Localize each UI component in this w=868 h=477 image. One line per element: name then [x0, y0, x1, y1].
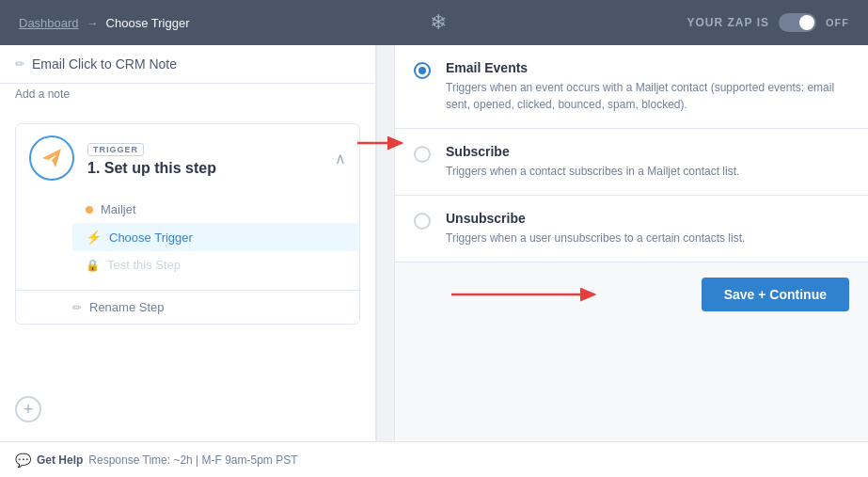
option-title-subscribe: Subscribe: [446, 144, 739, 159]
nav-item-test-step-label: Test this Step: [107, 258, 181, 272]
svg-marker-0: [42, 149, 61, 167]
trigger-options-list: Email Events Triggers when an event occu…: [395, 45, 868, 326]
option-text-email-events: Email Events Triggers when an event occu…: [446, 60, 849, 113]
rename-step-button[interactable]: ✏ Rename Step: [16, 290, 359, 324]
trigger-icon-circle: [29, 135, 74, 181]
radio-email-events-inner: [418, 67, 426, 74]
zap-status-label: YOUR ZAP IS: [687, 16, 769, 29]
nav-item-choose-trigger[interactable]: ⚡ Choose Trigger: [72, 223, 359, 251]
trigger-card: TRIGGER 1. Set up this step ∧ Mailjet ⚡ …: [15, 123, 360, 325]
option-desc-email-events: Triggers when an event occurs with a Mai…: [446, 79, 849, 113]
rename-pencil-icon: ✏: [72, 301, 82, 314]
get-help-label[interactable]: Get Help: [37, 453, 83, 467]
save-continue-button[interactable]: Save + Continue: [702, 278, 849, 311]
mailjet-dot-icon: [86, 206, 93, 214]
radio-subscribe[interactable]: [414, 146, 431, 163]
zap-status-area: YOUR ZAP IS OFF: [687, 13, 849, 32]
dashboard-link[interactable]: Dashboard: [19, 16, 79, 30]
trigger-card-content: TRIGGER 1. Set up this step: [87, 139, 322, 177]
center-divider: [376, 45, 395, 441]
trigger-icon-inner: [37, 143, 67, 173]
breadcrumb-separator: →: [87, 16, 99, 30]
main-content: ✏ Email Click to CRM Note Add a note: [0, 45, 868, 441]
edit-zap-icon: ✏: [15, 57, 24, 71]
lock-icon: 🔒: [86, 259, 100, 272]
footer: 💬 Get Help Response Time: ~2h | M-F 9am-…: [0, 441, 868, 477]
response-time: Response Time: ~2h | M-F 9am-5pm PST: [88, 453, 297, 467]
radio-unsubscribe[interactable]: [414, 213, 431, 230]
plus-icon: +: [24, 400, 34, 420]
radio-email-events[interactable]: [414, 62, 431, 79]
chat-icon: 💬: [15, 453, 31, 468]
zap-title-bar: ✏ Email Click to CRM Note: [0, 45, 375, 84]
get-help-area: 💬 Get Help Response Time: ~2h | M-F 9am-…: [15, 453, 298, 468]
zap-title: Email Click to CRM Note: [32, 56, 177, 72]
app-header: Dashboard → Choose Trigger ❄ YOUR ZAP IS…: [0, 0, 868, 45]
save-continue-area: Save + Continue: [395, 262, 868, 326]
nav-item-choose-trigger-label: Choose Trigger: [109, 231, 193, 245]
trigger-option-unsubscribe[interactable]: Unsubscribe Triggers when a user unsubsc…: [395, 196, 868, 262]
nav-item-test-step: 🔒 Test this Step: [72, 251, 359, 278]
trigger-badge: TRIGGER: [87, 143, 144, 156]
option-title-email-events: Email Events: [446, 60, 849, 75]
add-step-button[interactable]: +: [15, 396, 41, 422]
step-title: 1. Set up this step: [87, 160, 322, 177]
breadcrumb: Dashboard → Choose Trigger: [19, 16, 190, 30]
trigger-option-email-events[interactable]: Email Events Triggers when an event occu…: [395, 45, 868, 129]
right-panel: Email Events Triggers when an event occu…: [395, 45, 868, 441]
breadcrumb-current: Choose Trigger: [106, 16, 190, 30]
bolt-icon: ⚡: [86, 230, 102, 245]
option-text-unsubscribe: Unsubscribe Triggers when a user unsubsc…: [446, 211, 745, 246]
mailjet-icon: [39, 145, 65, 171]
add-note-button[interactable]: Add a note: [0, 84, 375, 108]
trigger-option-subscribe[interactable]: Subscribe Triggers when a contact subscr…: [395, 129, 868, 196]
left-panel: ✏ Email Click to CRM Note Add a note: [0, 45, 376, 441]
option-desc-subscribe: Triggers when a contact subscribes in a …: [446, 163, 739, 180]
snowflake-icon: ❄: [430, 10, 447, 35]
option-text-subscribe: Subscribe Triggers when a contact subscr…: [446, 144, 739, 180]
nav-item-mailjet[interactable]: Mailjet: [72, 196, 359, 223]
rename-step-label: Rename Step: [89, 300, 165, 314]
zap-toggle-state: OFF: [826, 17, 849, 28]
collapse-chevron-icon[interactable]: ∧: [335, 150, 346, 167]
option-title-unsubscribe: Unsubscribe: [446, 211, 745, 226]
trigger-nav: Mailjet ⚡ Choose Trigger 🔒 Test this Ste…: [16, 192, 359, 286]
nav-item-mailjet-label: Mailjet: [101, 202, 136, 216]
zap-toggle[interactable]: [779, 13, 816, 32]
trigger-card-header: TRIGGER 1. Set up this step ∧: [16, 124, 359, 192]
option-desc-unsubscribe: Triggers when a user unsubscribes to a c…: [446, 230, 745, 246]
red-arrow-save: [451, 284, 602, 305]
